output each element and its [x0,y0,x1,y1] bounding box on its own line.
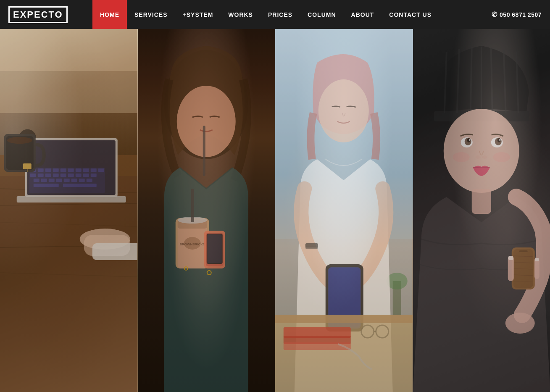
svg-point-85 [376,325,389,338]
panels-container: BROWNBRICKS [0,29,550,392]
nav-phone: ✆ 050 6871 2507 [483,11,550,18]
panel-1-overlay [0,29,137,392]
svg-point-96 [443,109,519,193]
phone-number: 050 6871 2507 [500,11,542,18]
svg-rect-56 [177,220,207,268]
panel-2-overlay [138,29,275,392]
svg-line-89 [444,52,446,113]
svg-rect-10 [50,199,84,202]
svg-rect-9 [17,196,126,203]
svg-rect-57 [177,220,207,229]
svg-rect-27 [68,174,74,177]
svg-rect-77 [305,243,318,247]
svg-point-67 [184,267,187,270]
svg-rect-29 [83,174,89,177]
panel-girl-beanie [413,29,550,392]
svg-point-101 [491,137,503,147]
svg-rect-51 [138,29,275,392]
svg-rect-32 [41,179,47,182]
svg-point-100 [468,139,470,141]
svg-rect-75 [328,267,361,329]
panel-3-svg [275,29,413,392]
svg-rect-54 [203,126,205,176]
svg-point-104 [499,139,500,141]
svg-rect-62 [204,231,225,268]
svg-rect-17 [68,168,74,172]
svg-rect-81 [284,327,351,338]
svg-rect-47 [84,235,130,256]
svg-rect-120 [534,258,539,279]
svg-text:BROWNBRICKS: BROWNBRICKS [179,242,205,246]
svg-point-72 [318,79,369,142]
svg-rect-28 [76,174,82,177]
panel-2-svg: BROWNBRICKS [138,29,275,392]
svg-line-117 [513,281,533,282]
nav-items: HOMESERVICES+SYSTEMWORKSPRICESCOLUMNABOU… [92,0,483,29]
svg-rect-12 [30,168,36,172]
svg-point-105 [475,155,480,159]
svg-rect-37 [79,179,85,182]
svg-rect-118 [519,250,527,252]
svg-rect-1 [0,176,137,392]
svg-rect-39 [34,184,59,187]
svg-rect-69 [275,29,413,239]
svg-rect-44 [23,163,32,169]
nav-item-contact[interactable]: CONTACT US [382,0,439,29]
svg-rect-68 [275,29,413,392]
svg-rect-88 [434,111,529,121]
svg-rect-82 [284,336,351,344]
nav-item-column[interactable]: COLUMN [300,0,343,29]
svg-point-110 [505,313,534,334]
svg-rect-7 [25,138,118,197]
svg-rect-61 [191,189,194,222]
svg-point-58 [184,237,200,250]
svg-rect-34 [56,179,62,182]
nav-item-system[interactable]: +SYSTEM [175,0,221,29]
svg-point-43 [7,137,32,144]
svg-rect-19 [83,168,89,172]
nav-item-home[interactable]: HOME [92,0,127,29]
svg-point-106 [482,155,487,159]
panel-4-overlay [413,29,550,392]
svg-rect-26 [61,174,66,177]
svg-point-60 [177,217,207,224]
svg-rect-40 [63,184,97,187]
svg-rect-16 [61,168,66,172]
svg-rect-30 [91,174,97,177]
svg-line-6 [0,273,137,277]
svg-rect-50 [0,29,137,71]
svg-line-95 [516,52,518,113]
panel-girl-pink-hair [275,29,413,392]
svg-rect-55 [175,218,209,268]
svg-rect-31 [34,179,39,182]
nav-item-about[interactable]: ABOUT [344,0,382,29]
logo-box: EXPECTO [8,6,68,23]
svg-rect-121 [508,256,513,260]
svg-rect-18 [76,168,82,172]
svg-rect-83 [284,342,351,350]
svg-rect-11 [29,168,105,193]
svg-rect-21 [98,168,104,172]
nav-item-prices[interactable]: PRICES [261,0,300,29]
nav-item-services[interactable]: SERVICES [127,0,175,29]
svg-point-107 [453,152,469,162]
svg-line-114 [513,262,533,263]
svg-rect-13 [38,168,44,172]
svg-rect-64 [206,234,222,264]
svg-rect-22 [30,174,36,177]
svg-line-94 [503,49,505,113]
svg-rect-24 [45,174,51,177]
logo-text: EXPECTO [13,9,63,20]
svg-rect-36 [71,179,77,182]
svg-point-108 [493,152,510,162]
panel-4-svg [413,29,550,392]
svg-point-52 [164,50,248,159]
nav-item-works[interactable]: WORKS [221,0,261,29]
svg-line-113 [513,256,533,257]
svg-line-90 [457,49,459,113]
panel-3-overlay [275,29,413,392]
svg-point-103 [497,138,500,142]
svg-point-66 [207,271,211,275]
svg-line-93 [491,47,492,113]
svg-rect-49 [0,29,137,113]
